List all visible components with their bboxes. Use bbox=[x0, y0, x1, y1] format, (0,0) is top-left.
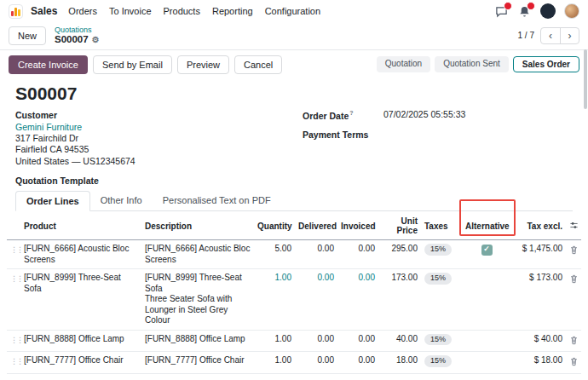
description-cell[interactable]: [FURN_8999] Three-Seat Sofa Three Seater… bbox=[141, 269, 254, 331]
app-name[interactable]: Sales bbox=[31, 5, 57, 17]
order-lines-table: Product Description Quantity Delivered I… bbox=[7, 211, 581, 374]
delete-row-icon[interactable] bbox=[566, 330, 581, 352]
drag-handle-icon[interactable]: ⋮⋮ bbox=[7, 330, 20, 352]
pager: 1 / 7 ‹ › bbox=[518, 27, 579, 44]
breadcrumb: Quotations S00007 ⚙ bbox=[55, 26, 100, 46]
product-cell[interactable]: [FURN_7777] Office Chair bbox=[20, 352, 141, 374]
invoiced-cell: 0.00 bbox=[337, 330, 378, 352]
menu-configuration[interactable]: Configuration bbox=[265, 6, 320, 16]
unit-price-cell[interactable]: 173.00 bbox=[378, 269, 421, 331]
col-invoiced[interactable]: Invoiced bbox=[337, 211, 378, 240]
gear-icon[interactable]: ⚙ bbox=[92, 35, 100, 45]
description-cell[interactable]: [FURN_8888] Office Lamp bbox=[141, 330, 254, 352]
quantity-cell[interactable]: 5.00 bbox=[254, 240, 295, 269]
tax-badge: 15% bbox=[424, 355, 452, 366]
tab-order-lines[interactable]: Order Lines bbox=[15, 191, 90, 211]
subtotal-cell: $ 18.00 bbox=[511, 352, 566, 374]
drag-handle-icon[interactable]: ⋮⋮ bbox=[7, 269, 20, 331]
customer-block: Customer Gemini Furniture 317 Fairchild … bbox=[15, 109, 285, 168]
product-cell[interactable]: [FURN_8888] Office Lamp bbox=[20, 330, 141, 352]
activities-badge bbox=[527, 2, 535, 10]
menu-orders[interactable]: Orders bbox=[68, 6, 97, 16]
pager-value: 1 / 7 bbox=[518, 31, 534, 40]
preview-button[interactable]: Preview bbox=[177, 55, 229, 74]
alternative-cell bbox=[462, 352, 511, 374]
unit-price-cell[interactable]: 40.00 bbox=[378, 330, 421, 352]
col-quantity[interactable]: Quantity bbox=[254, 211, 295, 240]
product-cell[interactable]: [FURN_6666] Acoustic Bloc Screens bbox=[20, 240, 141, 269]
sales-app-icon[interactable] bbox=[9, 4, 23, 19]
quantity-cell[interactable]: 1.00 bbox=[254, 330, 295, 352]
delete-row-icon[interactable] bbox=[566, 269, 581, 331]
breadcrumb-quotations[interactable]: Quotations bbox=[55, 26, 100, 34]
status-sales-order[interactable]: Sales Order bbox=[513, 56, 579, 72]
product-cell[interactable]: [FURN_8999] Three-Seat Sofa bbox=[20, 269, 141, 331]
delivered-cell: 0.00 bbox=[295, 269, 337, 331]
notebook-tabs: Order Lines Other Info Personalised Text… bbox=[15, 191, 573, 211]
address-line: United States — US12345674 bbox=[15, 156, 285, 167]
menu-reporting[interactable]: Reporting bbox=[212, 6, 253, 16]
pager-previous-icon[interactable]: ‹ bbox=[541, 28, 560, 43]
delivered-cell: 0.00 bbox=[295, 330, 337, 352]
drag-handle-icon[interactable]: ⋮⋮ bbox=[7, 352, 20, 374]
send-by-email-button[interactable]: Send by Email bbox=[93, 55, 172, 74]
quantity-cell[interactable]: 1.00 bbox=[254, 269, 295, 331]
tab-other-info[interactable]: Other Info bbox=[90, 191, 153, 210]
customer-label: Customer bbox=[15, 109, 285, 121]
company-avatar[interactable] bbox=[540, 3, 556, 19]
activities-bell-icon[interactable] bbox=[517, 4, 532, 19]
new-button[interactable]: New bbox=[9, 26, 46, 45]
unit-price-cell[interactable]: 18.00 bbox=[378, 352, 421, 374]
col-alternative[interactable]: Alternative bbox=[462, 211, 511, 240]
delete-row-icon[interactable] bbox=[566, 352, 581, 374]
alternative-cell bbox=[462, 269, 511, 331]
subtotal-cell: $ 40.00 bbox=[511, 330, 566, 352]
create-invoice-button[interactable]: Create Invoice bbox=[9, 55, 88, 74]
order-line-row[interactable]: ⋮⋮ [FURN_7777] Office Chair [FURN_7777] … bbox=[7, 352, 581, 374]
col-delivered[interactable]: Delivered bbox=[295, 211, 337, 240]
cancel-button[interactable]: Cancel bbox=[234, 55, 282, 74]
tab-personalised-text[interactable]: Personalised Text on PDF bbox=[153, 191, 281, 210]
status-quotation[interactable]: Quotation bbox=[377, 56, 430, 72]
pager-next-icon[interactable]: › bbox=[560, 28, 579, 43]
col-taxes[interactable]: Taxes bbox=[421, 211, 462, 240]
order-line-row[interactable]: ⋮⋮ [FURN_6666] Acoustic Bloc Screens [FU… bbox=[7, 240, 581, 269]
invoiced-cell: 0.00 bbox=[337, 240, 378, 269]
user-avatar[interactable] bbox=[564, 3, 579, 19]
order-line-row[interactable]: ⋮⋮ [FURN_8888] Office Lamp [FURN_8888] O… bbox=[7, 330, 581, 352]
delivered-cell: 0.00 bbox=[295, 352, 337, 374]
scrollbar[interactable] bbox=[584, 49, 587, 109]
status-quotation-sent[interactable]: Quotation Sent bbox=[435, 56, 509, 72]
col-tax-excl[interactable]: Tax excl. bbox=[511, 211, 566, 240]
order-date-value[interactable]: 07/02/2025 05:55:33 bbox=[383, 109, 465, 122]
messages-icon[interactable] bbox=[494, 4, 509, 19]
payment-terms-label: Payment Terms bbox=[303, 129, 383, 141]
top-navbar: Sales Orders To Invoice Products Reporti… bbox=[0, 0, 588, 22]
alternative-checkbox[interactable]: ✓ bbox=[481, 245, 493, 256]
delete-row-icon[interactable] bbox=[566, 240, 581, 269]
menu-to-invoice[interactable]: To Invoice bbox=[109, 6, 152, 16]
taxes-cell[interactable]: 15% bbox=[421, 240, 462, 269]
main-menu: Orders To Invoice Products Reporting Con… bbox=[68, 6, 320, 16]
col-unit-price[interactable]: Unit Price bbox=[378, 211, 421, 240]
address-line: Fairfield CA 94535 bbox=[15, 144, 285, 155]
taxes-cell[interactable]: 15% bbox=[421, 352, 462, 374]
col-product[interactable]: Product bbox=[20, 211, 141, 240]
form-sheet: S00007 Customer Gemini Furniture 317 Fai… bbox=[0, 83, 588, 380]
adjust-columns-icon[interactable] bbox=[566, 211, 581, 240]
quotation-template-label: Quotation Template bbox=[15, 175, 573, 187]
customer-address: 317 Fairchild Dr Fairfield CA 94535 Unit… bbox=[15, 133, 285, 167]
quantity-cell[interactable]: 1.00 bbox=[254, 352, 295, 374]
customer-link[interactable]: Gemini Furniture bbox=[15, 121, 285, 133]
order-line-row[interactable]: ⋮⋮ [FURN_8999] Three-Seat Sofa [FURN_899… bbox=[7, 269, 581, 331]
col-description[interactable]: Description bbox=[141, 211, 254, 240]
unit-price-cell[interactable]: 295.00 bbox=[378, 240, 421, 269]
alternative-cell: ✓ bbox=[462, 240, 511, 269]
drag-handle-icon[interactable]: ⋮⋮ bbox=[7, 240, 20, 269]
taxes-cell[interactable]: 15% bbox=[421, 269, 462, 331]
tax-badge: 15% bbox=[424, 244, 452, 255]
description-cell[interactable]: [FURN_6666] Acoustic Bloc Screens bbox=[141, 240, 254, 269]
taxes-cell[interactable]: 15% bbox=[421, 330, 462, 352]
menu-products[interactable]: Products bbox=[164, 6, 200, 16]
description-cell[interactable]: [FURN_7777] Office Chair bbox=[141, 352, 254, 374]
